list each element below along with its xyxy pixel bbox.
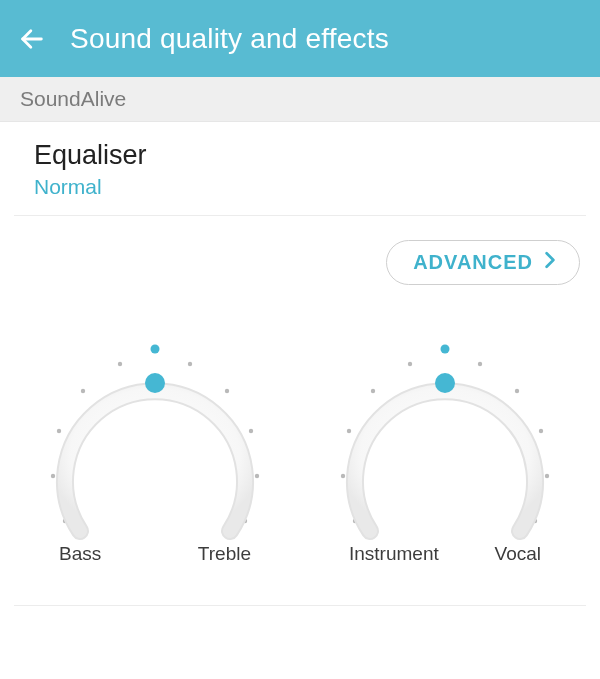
svg-point-21 (545, 474, 549, 478)
divider (14, 605, 586, 606)
equaliser-title: Equaliser (34, 140, 566, 171)
svg-point-20 (539, 429, 543, 433)
svg-point-18 (478, 362, 482, 366)
svg-point-9 (255, 474, 259, 478)
svg-point-12 (145, 373, 165, 393)
back-arrow-icon[interactable] (18, 25, 46, 53)
svg-point-3 (57, 429, 61, 433)
svg-point-23 (441, 345, 450, 354)
dials-row: Bass Treble (0, 295, 600, 605)
svg-point-5 (118, 362, 122, 366)
dial-knob-bass-treble[interactable] (35, 331, 275, 551)
equaliser-row[interactable]: Equaliser Normal (14, 122, 586, 216)
page-title: Sound quality and effects (70, 23, 389, 55)
svg-point-17 (408, 362, 412, 366)
advanced-row: ADVANCED (0, 216, 600, 295)
svg-point-15 (347, 429, 351, 433)
svg-point-6 (188, 362, 192, 366)
advanced-button-label: ADVANCED (413, 251, 533, 274)
svg-point-19 (515, 389, 519, 393)
equaliser-value: Normal (34, 175, 566, 199)
section-label-soundalive: SoundAlive (0, 77, 600, 122)
chevron-right-icon (543, 251, 557, 274)
dial-knob-instrument-vocal[interactable] (325, 331, 565, 551)
svg-point-16 (371, 389, 375, 393)
svg-point-4 (81, 389, 85, 393)
svg-point-14 (341, 474, 345, 478)
app-header: Sound quality and effects (0, 0, 600, 77)
dial-bass-treble: Bass Treble (35, 331, 275, 565)
svg-point-8 (249, 429, 253, 433)
advanced-button[interactable]: ADVANCED (386, 240, 580, 285)
svg-point-24 (435, 373, 455, 393)
svg-point-11 (151, 345, 160, 354)
svg-point-2 (51, 474, 55, 478)
dial-instrument-vocal: Instrument Vocal (325, 331, 565, 565)
svg-point-7 (225, 389, 229, 393)
